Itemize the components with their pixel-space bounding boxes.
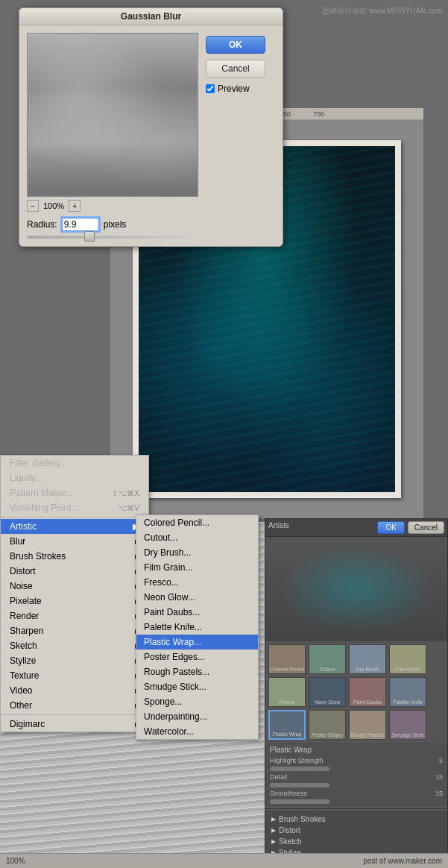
poster-edges-item[interactable]: Poster Edges... — [136, 650, 258, 664]
blur-menu-item[interactable]: Blur — [1, 534, 148, 549]
palette-knife-item[interactable]: Palette Knife... — [136, 620, 258, 635]
fg-thumb-palette-knife[interactable]: Palette Knife — [389, 677, 426, 707]
noise-menu-item[interactable]: Noise — [1, 579, 148, 594]
cancel-button[interactable]: Cancel — [206, 60, 265, 78]
smudge-stick-item[interactable]: Smudge Stick... — [136, 679, 258, 694]
smoothness-slider[interactable] — [270, 799, 329, 804]
texture-menu-item[interactable]: Texture — [1, 668, 148, 683]
ruler-mark: 650 — [280, 110, 313, 118]
radius-input[interactable] — [62, 218, 99, 231]
digimarc-menu-item[interactable]: Digimarc — [1, 717, 148, 732]
vanishing-point-item[interactable]: Vanishing Point... ⌥⌘V — [1, 500, 148, 515]
fg-thumb-colored-pencil[interactable]: Colored Pencil — [268, 644, 306, 674]
dry-brush-item[interactable]: Dry Brush... — [136, 545, 258, 560]
fg-distort-item[interactable]: ▶ Distort — [268, 825, 444, 836]
sharpen-menu-item[interactable]: Sharpen — [1, 623, 148, 638]
distort-menu-item[interactable]: Distort — [1, 564, 148, 579]
fg-cancel-button[interactable]: Cancel — [408, 521, 444, 534]
plastic-wrap-item[interactable]: Plastic Wrap... — [136, 635, 258, 650]
fg-thumb-cutout[interactable]: Cutout — [309, 644, 346, 674]
artistic-submenu: Colored Pencil... Cutout... Dry Brush...… — [136, 515, 259, 740]
gaussian-preview — [27, 33, 198, 197]
smoothness-value: 15 — [435, 790, 443, 797]
artistic-menu-item[interactable]: Artistic ▶ — [1, 519, 148, 534]
fg-thumb-dry-brush[interactable]: Dry Brush — [349, 644, 386, 674]
stylize-menu-item[interactable]: Stylize — [1, 653, 148, 668]
detail-label: Detail — [270, 773, 287, 781]
colored-pencil-item[interactable]: Colored Pencil... — [136, 515, 258, 530]
fg-thumb-paint-daubs[interactable]: Paint Daubs — [349, 677, 386, 707]
neon-glow-item[interactable]: Neon Glow... — [136, 590, 258, 605]
sponge-item[interactable]: Sponge... — [136, 694, 258, 709]
fg-thumbnails-grid: Colored Pencil Cutout Dry Brush Film Gra… — [265, 641, 447, 743]
cutout-item[interactable]: Cutout... — [136, 530, 258, 545]
fg-artists-label: Artists — [268, 521, 374, 534]
ruler-mark: 700 — [313, 110, 347, 118]
zoom-in-button[interactable]: + — [69, 200, 81, 212]
video-menu-item[interactable]: Video — [1, 683, 148, 698]
brush-strokes-menu-item[interactable]: Brush Strokes — [1, 549, 148, 564]
gaussian-blur-dialog: Gaussian Blur − 100% + Radius: pixels — [19, 7, 283, 247]
highlight-strength-slider[interactable] — [270, 767, 329, 771]
zoom-value: 100% — [43, 201, 64, 210]
expand-arrow: ▶ — [271, 827, 276, 834]
watermark: 思绪设计论坛 www.MISSYUAN.com — [322, 6, 442, 16]
fg-thumb-plastic-wrap[interactable]: Plastic Wrap — [268, 710, 306, 740]
fg-plastic-wrap-title: Plastic Wrap — [270, 746, 443, 754]
fg-preview-area — [265, 537, 447, 641]
status-bar: 100% post of www.maker.com — [0, 853, 448, 868]
site-credit: post of www.maker.com — [363, 857, 442, 865]
paint-daubs-item[interactable]: Paint Daubs... — [136, 605, 258, 620]
fresco-item[interactable]: Fresco... — [136, 575, 258, 590]
expand-arrow: ▶ — [271, 816, 276, 823]
zoom-out-button[interactable]: − — [27, 200, 39, 212]
render-menu-item[interactable]: Render — [1, 608, 148, 623]
film-grain-item[interactable]: Film Grain... — [136, 560, 258, 575]
highlight-strength-label: Highlight Strength — [270, 757, 324, 764]
shortcut: ⇧⌥⌘X — [112, 489, 139, 497]
underpainting-item[interactable]: Underpainting... — [136, 709, 258, 724]
preview-checkbox[interactable] — [206, 84, 215, 93]
pixels-label: pixels — [104, 219, 127, 230]
fg-thumb-film-grain[interactable]: Film Grain — [389, 644, 426, 674]
fg-thumb-rough-pastels[interactable]: Rough Pastels — [349, 710, 386, 740]
highlight-strength-value: 5 — [439, 757, 443, 764]
filter-menu: Filter Gallery... Liquify... Pattern Mak… — [0, 455, 149, 732]
detail-value: 15 — [435, 773, 443, 781]
fg-brush-strokes-item[interactable]: ▶ Brush Strokes — [268, 814, 444, 825]
filter-gallery-panel: Artists OK Cancel Colored Pencil Cutout … — [265, 518, 448, 861]
fg-plastic-wrap-controls: Plastic Wrap Highlight Strength 5 Detail… — [265, 743, 447, 807]
rough-pastels-item[interactable]: Rough Pastels... — [136, 664, 258, 679]
ok-button[interactable]: OK — [206, 36, 265, 54]
liquify-item[interactable]: Liquify... — [1, 471, 148, 485]
sketch-menu-item[interactable]: Sketch — [1, 638, 148, 653]
radius-slider[interactable] — [27, 236, 191, 239]
fg-thumb-smudge-stick[interactable]: Smudge Stick — [389, 710, 426, 740]
zoom-percent: 100% — [6, 857, 25, 865]
shortcut: ⌥⌘V — [118, 504, 139, 512]
fg-thumb-neon-glow[interactable]: Neon Glow — [309, 677, 346, 707]
fg-sketch-item[interactable]: ▶ Sketch — [268, 836, 444, 847]
dialog-titlebar: Gaussian Blur — [19, 8, 283, 25]
pixelate-menu-item[interactable]: Pixelate — [1, 594, 148, 608]
preview-label: Preview — [218, 84, 250, 94]
fg-thumb-poster-edges[interactable]: Poster Edges — [309, 710, 346, 740]
zoom-controls: − 100% + — [27, 200, 198, 212]
watercolor-item[interactable]: Watercolor... — [136, 724, 258, 739]
detail-slider[interactable] — [270, 783, 329, 787]
other-menu-item[interactable]: Other — [1, 698, 148, 713]
radius-label: Radius: — [27, 219, 57, 230]
pattern-maker-item[interactable]: Pattern Maker... ⇧⌥⌘X — [1, 485, 148, 500]
smoothness-label: Smoothness — [270, 790, 307, 797]
expand-arrow: ▶ — [271, 838, 276, 845]
fg-ok-button[interactable]: OK — [377, 521, 404, 534]
fg-thumb-fresco[interactable]: Fresco — [268, 677, 306, 707]
filter-gallery-item[interactable]: Filter Gallery... — [1, 456, 148, 471]
